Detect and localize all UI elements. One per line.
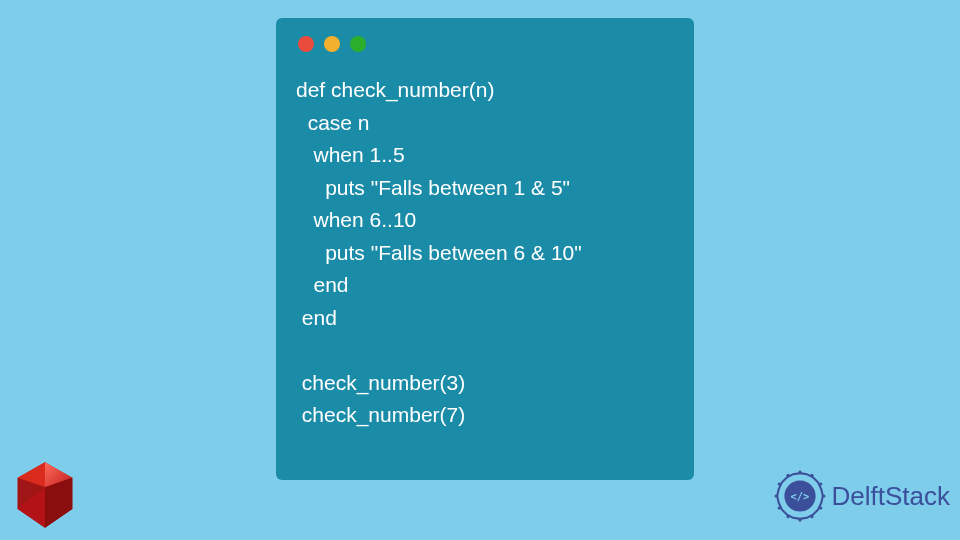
svg-point-11	[819, 482, 822, 485]
svg-point-9	[798, 471, 801, 474]
code-window: def check_number(n) case n when 1..5 put…	[276, 18, 694, 480]
minimize-icon	[324, 36, 340, 52]
ruby-gem-icon	[6, 456, 84, 534]
svg-point-10	[810, 474, 813, 477]
close-icon	[298, 36, 314, 52]
svg-point-13	[819, 506, 822, 509]
svg-point-15	[798, 518, 801, 521]
svg-point-18	[774, 494, 777, 497]
window-traffic-lights	[298, 36, 674, 52]
svg-point-16	[786, 515, 789, 518]
maximize-icon	[350, 36, 366, 52]
svg-point-12	[822, 494, 825, 497]
svg-point-20	[786, 474, 789, 477]
svg-point-14	[810, 515, 813, 518]
delftstack-brand: </> DelftStack	[774, 470, 951, 522]
brand-name: DelftStack	[832, 481, 951, 512]
svg-point-19	[777, 482, 780, 485]
svg-text:</>: </>	[790, 490, 809, 502]
delftstack-gear-icon: </>	[774, 470, 826, 522]
svg-point-17	[777, 506, 780, 509]
code-block: def check_number(n) case n when 1..5 put…	[296, 74, 674, 432]
